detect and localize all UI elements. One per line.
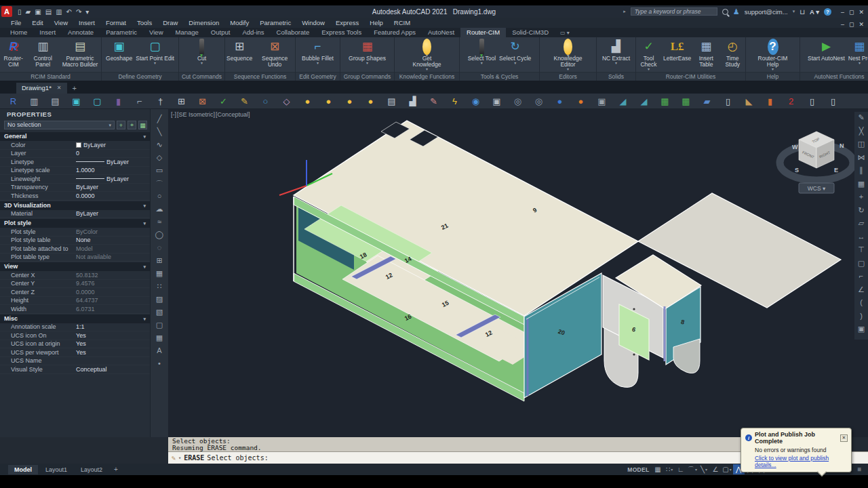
mtext-icon[interactable]: A (157, 346, 161, 359)
lightning-icon[interactable]: ϟ (444, 97, 465, 106)
property-row[interactable]: Plot style tableNone (0, 237, 150, 245)
tab-manage[interactable]: Manage (170, 28, 205, 37)
new-document-tab-button[interactable]: + (73, 84, 77, 94)
dropdown-caret-icon[interactable]: ▾ (671, 467, 673, 472)
sequence-button[interactable]: ⊞Sequence (225, 39, 254, 62)
dropdown-caret-icon[interactable]: ▾ (859, 62, 861, 65)
revcloud-icon[interactable]: ☁ (156, 205, 163, 218)
polygon-icon[interactable]: ◇ (157, 153, 162, 166)
property-row[interactable]: Height64.4737 (0, 297, 150, 306)
move-icon[interactable]: + (859, 192, 863, 206)
collapse-caret-icon[interactable]: ▾ (143, 262, 146, 271)
user-icon[interactable]: ♟ (733, 7, 740, 16)
cad-part-icon-2[interactable]: ◢ (633, 97, 654, 106)
ray-icon[interactable]: ╲ (157, 127, 162, 140)
document-tab[interactable]: Drawing1* ✕ (16, 83, 67, 94)
command-history[interactable]: Select objects: Resuming ERASE command. (168, 437, 768, 451)
doc-restore-button[interactable]: ◻ (849, 21, 854, 28)
account-caret-icon[interactable]: ▾ (793, 9, 795, 14)
bulb-icon-2[interactable]: ● (318, 97, 339, 106)
model-viewport[interactable]: [-][SE Isometric][Conceptual] (168, 109, 868, 437)
tab-router-cim[interactable]: Router-CIM (460, 28, 506, 37)
search-expand-icon[interactable]: ▸ (623, 9, 626, 14)
circle-icon[interactable]: ○ (157, 192, 162, 205)
open-folder-icon[interactable]: ▰ (26, 8, 31, 16)
customize-icon[interactable]: ≡ (854, 464, 865, 474)
property-value[interactable]: Model (76, 245, 93, 252)
property-value[interactable]: 64.4737 (76, 297, 98, 304)
tab-insert[interactable]: Insert (33, 28, 62, 37)
lock-icon[interactable]: ▣ (591, 97, 612, 106)
property-row[interactable]: TransparencyByLayer (0, 184, 150, 192)
copy-icon[interactable]: ▣ (486, 97, 507, 106)
property-row[interactable]: Linetype scale1.0000 (0, 167, 150, 176)
erase-icon[interactable]: ╳ (859, 127, 864, 140)
tab-express-tools[interactable]: Express Tools (315, 28, 368, 37)
nest-pro-button[interactable]: ▦Nest Pro▾ (847, 39, 868, 65)
qat-customize-icon[interactable]: ▾ (85, 8, 89, 16)
property-row[interactable]: MaterialByLayer (0, 210, 150, 219)
collapse-caret-icon[interactable]: ▾ (143, 314, 146, 323)
dropdown-caret-icon[interactable]: ▾ (426, 68, 428, 71)
property-row[interactable]: LinetypeByLayer (0, 158, 150, 167)
dropdown-caret-icon[interactable]: ▾ (514, 62, 516, 65)
undo-icon[interactable]: ↶ (66, 8, 72, 16)
viewport-menu-control[interactable]: [-] (171, 111, 176, 118)
dropdown-caret-icon[interactable]: ▾ (154, 62, 156, 65)
property-value[interactable]: 1:1 (76, 323, 85, 330)
polar-tracking-icon[interactable]: ⌒▾ (687, 464, 698, 474)
property-row[interactable]: Width6.0731 (0, 305, 150, 314)
doc-icon-1[interactable]: ▯ (717, 97, 738, 106)
doc-close-button[interactable]: ✕ (859, 21, 864, 28)
dropdown-caret-icon[interactable]: ▾ (481, 62, 483, 65)
gradient-icon[interactable]: ▧ (156, 308, 163, 321)
tab-annotate[interactable]: Annotate (62, 28, 100, 37)
help-globe-icon[interactable]: ◉ (465, 97, 486, 106)
property-value[interactable]: 0 (76, 150, 79, 157)
property-value[interactable]: ByLayer (106, 176, 129, 182)
plot-notification[interactable]: i Plot and Publish Job Complete ✕ No err… (741, 428, 852, 472)
layout-tab-layout2[interactable]: Layout2 (75, 465, 108, 474)
minimize-button[interactable]: – (841, 9, 844, 16)
property-value[interactable]: 6.0731 (76, 306, 95, 312)
control-panel-button[interactable]: ▥Control Panel (27, 39, 58, 68)
property-row[interactable]: Layer0 (0, 150, 150, 159)
document-tab-close-icon[interactable]: ✕ (57, 85, 62, 91)
tool-check-button[interactable]: ✓Tool Check▾ (636, 39, 661, 71)
sequence-undo-icon[interactable]: ⊠ (192, 97, 213, 106)
grid-display-icon[interactable]: ▦ (652, 464, 664, 474)
report-icon[interactable]: ▤ (381, 97, 402, 106)
insert-block-icon[interactable]: ⊞ (156, 256, 162, 269)
ellipse-icon[interactable]: ◯ (155, 230, 163, 243)
break-icon[interactable]: ⌐ (859, 272, 863, 285)
tab-view[interactable]: View (143, 28, 169, 37)
object-snap-icon[interactable]: ▢▾ (722, 464, 733, 474)
property-value[interactable]: None (76, 237, 91, 243)
tab-home[interactable]: Home (4, 28, 33, 37)
property-row[interactable]: UCS icon at originYes (0, 340, 150, 349)
property-row[interactable]: UCS per viewportYes (0, 348, 150, 357)
sphere-orange-icon[interactable]: ● (570, 97, 591, 106)
make-block-icon[interactable]: ▦ (156, 269, 163, 282)
new-file-icon[interactable]: ▯ (18, 8, 22, 16)
tab-solid-cim3d[interactable]: Solid-CIM3D (506, 28, 555, 37)
property-value[interactable]: ByLayer (83, 142, 106, 148)
toggle-pickadd-icon[interactable]: + (117, 121, 125, 129)
property-value[interactable]: 0.0000 (76, 289, 95, 296)
menu-edit[interactable]: Edit (26, 19, 48, 26)
property-value[interactable]: 50.8132 (76, 272, 98, 279)
knowledge-editor-button[interactable]: Knowledge Editor▾ (547, 39, 589, 71)
property-row[interactable]: Visual StyleConceptual (0, 365, 150, 374)
arc-icon[interactable]: ⌒ (156, 179, 163, 192)
plot-icon[interactable]: ▤ (45, 8, 52, 16)
tab-collaborate[interactable]: Collaborate (271, 28, 316, 37)
notification-link[interactable]: Click to view plot and publish details..… (755, 455, 848, 468)
search-input[interactable]: Type a keyword or phrase (631, 7, 717, 16)
tab-output[interactable]: Output (205, 28, 237, 37)
property-value[interactable]: ByLayer (76, 184, 98, 190)
menu-view[interactable]: View (49, 19, 73, 26)
collapse-caret-icon[interactable]: ▾ (143, 201, 146, 210)
dropdown-caret-icon[interactable]: ▾ (705, 467, 707, 472)
insert-table-button[interactable]: ▦Insert Table (693, 39, 719, 68)
property-row[interactable]: ColorByLayer (0, 141, 150, 150)
